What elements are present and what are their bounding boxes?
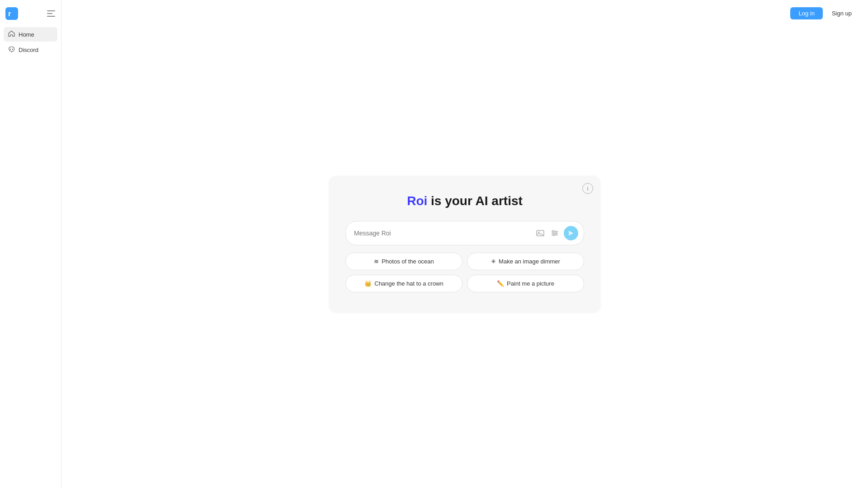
sidebar-discord-label: Discord [19,47,38,53]
info-icon-button[interactable]: i [582,183,593,194]
message-input-wrapper [345,221,584,245]
sidebar-nav: Home Discord [0,27,61,57]
info-symbol: i [587,185,589,192]
home-icon [8,30,15,38]
svg-rect-2 [47,10,55,11]
card-title-rest: is your AI artist [427,194,523,208]
sidebar-toggle-button[interactable] [47,9,56,18]
photos-icon: ≋ [374,258,379,265]
filter-options-button[interactable] [549,228,560,239]
svg-point-12 [552,230,554,232]
discord-icon [8,46,15,54]
sidebar-header: r [0,5,61,27]
message-input[interactable] [354,230,531,237]
svg-rect-4 [47,16,55,17]
card-title: Roi is your AI artist [345,194,584,208]
auth-buttons: Log in Sign up [790,7,857,19]
sidebar-home-label: Home [19,31,34,38]
svg-rect-0 [5,7,18,20]
sidebar-item-home[interactable]: Home [4,27,57,42]
signup-button[interactable]: Sign up [826,7,857,19]
center-area: i Roi is your AI artist [61,0,868,488]
sidebar-item-discord[interactable]: Discord [4,42,57,57]
suggestions-grid: ≋ Photos of the ocean ✳ Make an image di… [345,253,584,292]
suggestion-photos-label: Photos of the ocean [382,258,434,265]
svg-point-6 [12,49,13,50]
suggestion-image-dimmer[interactable]: ✳ Make an image dimmer [467,253,584,270]
crown-icon: 👑 [364,280,372,287]
suggestion-paint-picture[interactable]: ✏️ Paint me a picture [467,275,584,292]
app-logo: r [5,7,18,20]
paint-icon: ✏️ [497,280,504,287]
main-content: Log in Sign up i Roi is your AI artist [61,0,868,488]
suggestion-hat-label: Change the hat to a crown [374,280,443,287]
image-upload-button[interactable] [535,228,546,239]
suggestion-dimmer-label: Make an image dimmer [499,258,560,265]
suggestion-change-hat[interactable]: 👑 Change the hat to a crown [345,275,462,292]
sidebar: r Home [0,0,61,488]
svg-text:r: r [8,10,11,18]
suggestion-paint-label: Paint me a picture [507,280,554,287]
send-button[interactable] [564,226,578,240]
svg-rect-3 [47,13,52,14]
card-title-roi: Roi [407,194,427,208]
svg-point-13 [555,232,557,234]
dimmer-icon: ✳ [491,258,496,265]
suggestion-photos-ocean[interactable]: ≋ Photos of the ocean [345,253,462,270]
login-button[interactable]: Log in [790,7,822,19]
main-card: i Roi is your AI artist [329,176,600,312]
svg-point-5 [10,49,11,50]
svg-point-14 [553,234,555,236]
